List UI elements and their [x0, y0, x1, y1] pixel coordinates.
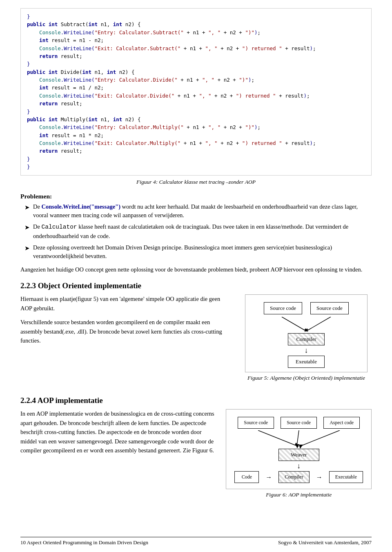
section-223-content: Hiernaast is een plaatje(figuur 5) van e…: [20, 294, 372, 389]
figure5-caption: Figuur 5: Algemene (Obejct Oriented) imp…: [247, 375, 365, 381]
section-223-text1: Hiernaast is een plaatje(figuur 5) van e…: [20, 294, 233, 313]
svg-marker-7: [295, 444, 299, 448]
figure6-diagram: Source code Source code Aspect code Weav…: [226, 409, 372, 489]
section-224-content: In een AOP implementatie worden de busin…: [20, 409, 372, 505]
list-item: ➤ De Calculator klasse heeft naast de ca…: [24, 223, 372, 241]
aangezien-paragraph: Aangezien het huidige OO concept geen ne…: [20, 265, 372, 274]
figure5-diagram: Source code Source code Compiler ↓ Ex: [245, 294, 368, 372]
fig6-row2: Code → Compiler → Executable: [234, 471, 363, 483]
fig6-code: Code: [234, 471, 259, 483]
fig5-source2: Source code: [310, 302, 349, 314]
section-223-diagram: Source code Source code Compiler ↓ Ex: [241, 294, 372, 389]
fig5-row1: Source code Source code: [264, 302, 349, 314]
svg-line-8: [301, 430, 340, 446]
section-224-diagram: Source code Source code Aspect code Weav…: [226, 409, 372, 505]
problemen-list: ➤ De Console.WriteLine("message") wordt …: [20, 203, 372, 261]
fig6-arrow-down1: ↓: [297, 462, 301, 470]
svg-line-6: [297, 430, 299, 446]
bullet-text-2: De Calculator klasse heeft naast de calc…: [33, 223, 372, 241]
section-223-text: Hiernaast is een plaatje(figuur 5) van e…: [20, 294, 233, 350]
fig5-arrows-svg: [257, 317, 355, 333]
fig5-arrow-down: ↓: [305, 346, 308, 355]
figure4-caption: Figuur 4: Calculator klasse met tracing …: [20, 179, 372, 185]
bullet-text-3: Deze oplossing overtreedt het Domain Dri…: [33, 243, 372, 261]
fig6-source2: Source code: [281, 417, 317, 429]
list-item: ➤ De Console.WriteLine("message") wordt …: [24, 203, 372, 220]
fig5-executable: Exeutable: [288, 356, 325, 368]
fig6-weaver: Weaver: [278, 449, 319, 461]
page-footer: 10 Aspect Oriented Programming in Domain…: [20, 537, 372, 546]
section-224-heading: 2.2.4 AOP implementatie: [20, 396, 372, 405]
fig6-compiler: Compiler: [278, 471, 309, 483]
code-block: } public int Subtract(int n1, int n2) { …: [20, 8, 372, 176]
svg-line-4: [258, 430, 297, 446]
bullet-arrow-2: ➤: [24, 223, 30, 232]
list-item: ➤ Deze oplossing overtreedt het Domain D…: [24, 243, 372, 261]
section-223-heading: 2.2.3 Object Oriented implementatie: [20, 281, 372, 290]
figure6-caption: Figuur 6: AOP implementatie: [266, 492, 332, 498]
fig6-aspect: Aspect code: [323, 417, 360, 429]
fig5-compiler: Compiler: [288, 333, 325, 345]
svg-line-0: [282, 317, 306, 331]
footer-right: Sogyo & Universiteit van Amsterdam, 2007: [278, 539, 372, 546]
problemen-title: Problemen:: [20, 193, 372, 200]
fig6-arrows-top-svg: [236, 430, 362, 449]
bullet-arrow-1: ➤: [24, 203, 30, 212]
bullet-arrow-3: ➤: [24, 244, 30, 253]
fig6-source1: Source code: [238, 417, 274, 429]
fig5-source1: Source code: [264, 302, 302, 314]
page: } public int Subtract(int n1, int n2) { …: [0, 0, 392, 552]
svg-line-2: [306, 317, 331, 331]
fig6-executable: Executable: [329, 471, 363, 483]
bullet-text-1: De Console.WriteLine("message") wordt nu…: [33, 203, 372, 220]
section-224-text1: In een AOP implementatie worden de busin…: [20, 409, 218, 455]
section-224-text: In een AOP implementatie worden de busin…: [20, 409, 218, 460]
svg-marker-9: [299, 445, 303, 449]
problemen-section: Problemen: ➤ De Console.WriteLine("messa…: [20, 193, 372, 261]
fig6-row1: Source code Source code Aspect code: [238, 417, 360, 429]
fig6-arrow-right2: →: [316, 474, 323, 481]
fig6-arrow-right1: →: [265, 474, 272, 481]
footer-left: 10 Aspect Oriented Programming in Domain…: [20, 539, 148, 546]
section-223-text2: Verschillende source bestanden worden ge…: [20, 318, 233, 345]
